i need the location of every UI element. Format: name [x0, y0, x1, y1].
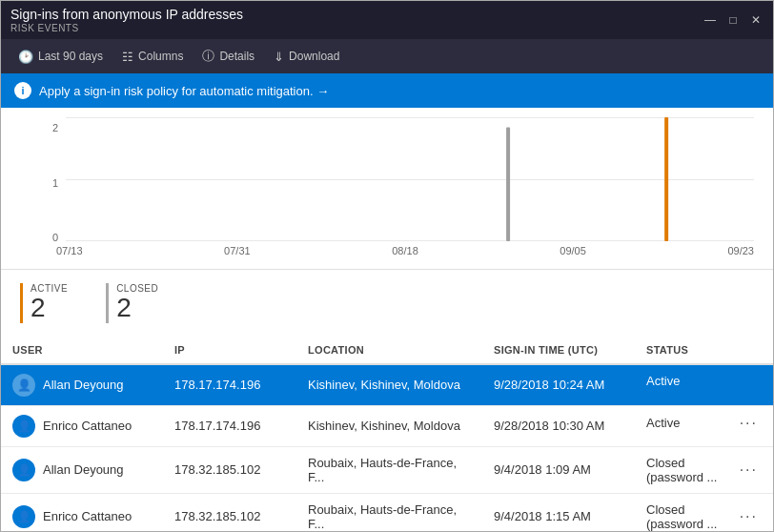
- ip-cell-1: 178.17.174.196: [163, 405, 296, 446]
- ip-cell-0: 178.17.174.196: [163, 364, 296, 406]
- chart-area: 2 1 0: [1, 108, 773, 270]
- download-label: Download: [289, 50, 339, 63]
- minimize-button[interactable]: —: [703, 12, 718, 28]
- more-options-button-3[interactable]: ···: [736, 508, 762, 525]
- more-options-button-1[interactable]: ···: [736, 415, 762, 432]
- status-cell-1: Active ···: [635, 406, 773, 440]
- info-banner-message: Apply a sign-in risk policy for automati…: [39, 84, 329, 98]
- active-value: 2: [31, 294, 68, 323]
- closed-value: 2: [116, 294, 158, 323]
- window-title: Sign-ins from anonymous IP addresses: [10, 7, 243, 22]
- toolbar: 🕑 Last 90 days ☷ Columns ⓘ Details ⇓ Dow…: [1, 39, 773, 73]
- clock-icon: 🕑: [18, 50, 33, 64]
- x-axis-labels: 07/13 07/31 08/18 09/05 09/23: [56, 241, 754, 260]
- window-controls: — □ ✕: [703, 12, 764, 28]
- details-button[interactable]: ⓘ Details: [194, 44, 262, 69]
- table-row[interactable]: 👤 Allan Deyoung 178.32.185.102 Roubaix, …: [1, 446, 773, 493]
- table-row[interactable]: 👤 Allan Deyoung 178.17.174.196 Kishinev,…: [1, 364, 773, 406]
- y-label-2: 2: [39, 122, 58, 133]
- table-row[interactable]: 👤 Enrico Cattaneo 178.32.185.102 Roubaix…: [1, 493, 773, 531]
- user-avatar-2: 👤: [12, 459, 35, 481]
- location-cell-2: Roubaix, Hauts-de-France, F...: [296, 446, 482, 493]
- user-name-3: Enrico Cattaneo: [43, 509, 132, 523]
- status-cell-3: Closed (password ... ···: [635, 494, 773, 531]
- user-cell-2: 👤 Allan Deyoung: [1, 446, 163, 493]
- table-header-row: USER IP LOCATION SIGN-IN TIME (UTC) STAT…: [1, 337, 773, 364]
- last-90-days-label: Last 90 days: [38, 50, 103, 63]
- signin-cell-3: 9/4/2018 1:15 AM: [482, 493, 635, 531]
- location-cell-0: Kishinev, Kishinev, Moldova: [296, 364, 482, 406]
- table-row[interactable]: 👤 Enrico Cattaneo 178.17.174.196 Kishine…: [1, 405, 773, 446]
- chart-bar-orange: [664, 117, 668, 241]
- x-label-0713: 07/13: [56, 245, 83, 256]
- maximize-button[interactable]: □: [725, 12, 741, 28]
- closed-stat: CLOSED 2: [106, 283, 177, 323]
- risk-events-table: USER IP LOCATION SIGN-IN TIME (UTC) STAT…: [1, 337, 773, 531]
- download-icon: ⇓: [274, 50, 284, 64]
- signin-cell-1: 9/28/2018 10:30 AM: [482, 405, 635, 446]
- status-cell-0: Active: [635, 365, 773, 397]
- x-label-0923: 09/23: [727, 245, 754, 256]
- info-banner[interactable]: i Apply a sign-in risk policy for automa…: [1, 73, 773, 108]
- columns-button[interactable]: ☷ Columns: [114, 46, 191, 68]
- user-name-1: Enrico Cattaneo: [43, 419, 132, 433]
- status-badge-3: Closed (password ...: [646, 502, 736, 531]
- stats-row: ACTIVE 2 CLOSED 2: [1, 270, 773, 337]
- user-cell-1: 👤 Enrico Cattaneo: [1, 405, 163, 446]
- download-button[interactable]: ⇓ Download: [266, 46, 347, 68]
- info-circle-icon: i: [14, 82, 31, 99]
- status-badge-0: Active: [646, 374, 680, 388]
- chart-bar-gray: [506, 127, 510, 241]
- col-header-user: USER: [1, 337, 163, 364]
- y-label-1: 1: [39, 177, 58, 189]
- signin-cell-0: 9/28/2018 10:24 AM: [482, 364, 635, 406]
- user-avatar-1: 👤: [12, 415, 35, 438]
- chart-svg: [66, 117, 754, 241]
- col-header-status: STATUS: [635, 337, 773, 364]
- y-label-0: 0: [39, 232, 58, 243]
- status-cell-2: Closed (password ... ···: [635, 447, 773, 493]
- info-icon: ⓘ: [202, 48, 214, 65]
- status-badge-1: Active: [646, 416, 680, 430]
- x-label-0731: 07/31: [224, 245, 251, 256]
- active-stat: ACTIVE 2: [20, 283, 87, 323]
- main-window: Sign-ins from anonymous IP addresses RIS…: [0, 0, 774, 532]
- window-subtitle: RISK EVENTS: [10, 23, 243, 33]
- location-cell-3: Roubaix, Hauts-de-France, F...: [296, 493, 482, 531]
- status-badge-2: Closed (password ...: [646, 456, 736, 484]
- close-button[interactable]: ✕: [748, 12, 764, 28]
- location-cell-1: Kishinev, Kishinev, Moldova: [296, 405, 482, 446]
- columns-icon: ☷: [122, 50, 133, 64]
- x-label-0818: 08/18: [392, 245, 418, 256]
- col-header-ip: IP: [163, 337, 296, 364]
- user-avatar-0: 👤: [12, 374, 35, 397]
- col-header-signin: SIGN-IN TIME (UTC): [482, 337, 635, 364]
- x-label-0905: 09/05: [560, 245, 586, 256]
- table-body: 👤 Allan Deyoung 178.17.174.196 Kishinev,…: [1, 364, 773, 531]
- table-container[interactable]: USER IP LOCATION SIGN-IN TIME (UTC) STAT…: [1, 337, 773, 531]
- signin-cell-2: 9/4/2018 1:09 AM: [482, 446, 635, 493]
- col-header-location: LOCATION: [296, 337, 482, 364]
- user-name-0: Allan Deyoung: [43, 378, 124, 392]
- details-label: Details: [219, 50, 255, 63]
- columns-label: Columns: [138, 50, 183, 63]
- more-options-button-2[interactable]: ···: [736, 461, 762, 479]
- user-name-2: Allan Deyoung: [43, 462, 124, 477]
- ip-cell-3: 178.32.185.102: [163, 493, 296, 531]
- user-cell-0: 👤 Allan Deyoung: [1, 364, 163, 406]
- user-avatar-3: 👤: [12, 505, 35, 528]
- title-bar: Sign-ins from anonymous IP addresses RIS…: [1, 1, 773, 39]
- last-90-days-button[interactable]: 🕑 Last 90 days: [10, 46, 111, 68]
- user-cell-3: 👤 Enrico Cattaneo: [1, 493, 163, 531]
- ip-cell-2: 178.32.185.102: [163, 446, 296, 493]
